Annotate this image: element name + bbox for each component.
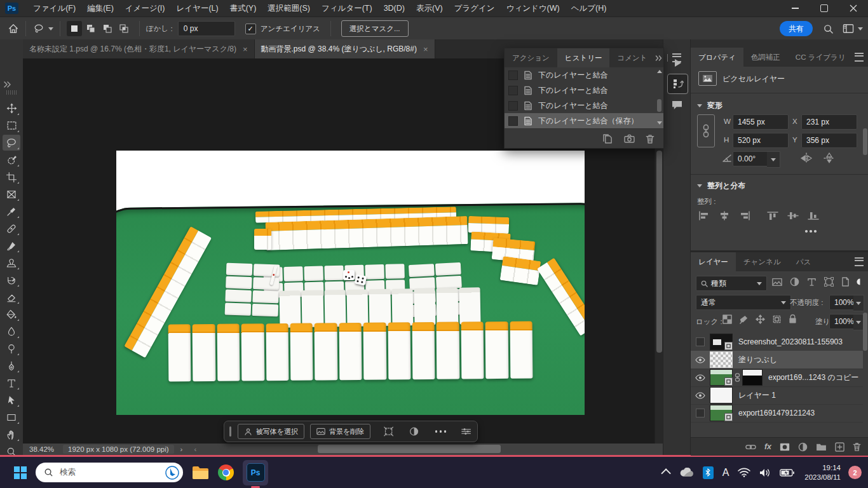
- layer-filter-type[interactable]: 種類: [696, 276, 767, 291]
- tray-expand-button[interactable]: [663, 469, 670, 476]
- type-tool[interactable]: [3, 375, 20, 391]
- tab-close-icon[interactable]: ×: [243, 44, 248, 54]
- tab-paths[interactable]: パス: [789, 252, 819, 271]
- add-mask-icon[interactable]: [780, 443, 790, 451]
- menu-3d[interactable]: 3D(D): [378, 0, 410, 17]
- layer-mask-thumbnail[interactable]: [742, 369, 763, 386]
- zoom-level[interactable]: 38.42%: [29, 445, 54, 453]
- pen-tool[interactable]: [3, 358, 20, 374]
- visibility-toggle[interactable]: [691, 356, 710, 363]
- scroll-down-icon[interactable]: [657, 121, 662, 125]
- file-explorer-button[interactable]: [192, 466, 209, 480]
- layer-row[interactable]: Screenshot_20230811-155903: [691, 333, 863, 351]
- clock[interactable]: 19:14 2023/08/11: [804, 463, 841, 482]
- move-tool[interactable]: [3, 100, 20, 116]
- layer-thumbnail[interactable]: [710, 334, 733, 350]
- comments-dock-button[interactable]: [667, 95, 687, 114]
- settings-sliders-icon[interactable]: [461, 427, 471, 436]
- home-button[interactable]: [8, 23, 19, 34]
- align-section-header[interactable]: 整列と分布: [697, 180, 745, 191]
- share-button[interactable]: 共有: [780, 21, 813, 36]
- new-adjustment-layer-icon[interactable]: [798, 442, 808, 452]
- history-source-checkbox[interactable]: [508, 116, 518, 126]
- tab-history[interactable]: ヒストリー: [557, 48, 610, 67]
- app-logo[interactable]: Ps: [5, 3, 18, 14]
- history-brush-tool[interactable]: [3, 272, 20, 288]
- blur-tool[interactable]: [3, 323, 20, 339]
- brush-tool[interactable]: [3, 238, 20, 254]
- maximize-button[interactable]: [810, 0, 839, 17]
- add-selection-mode-button[interactable]: [83, 21, 98, 36]
- align-left-icon[interactable]: [698, 211, 710, 220]
- filter-toggle-icon[interactable]: [856, 277, 864, 287]
- tab-actions[interactable]: アクション: [505, 48, 557, 67]
- filter-type-layers-icon[interactable]: [807, 277, 817, 287]
- history-step[interactable]: 下のレイヤーと結合: [505, 98, 663, 113]
- lock-pixels-icon[interactable]: [739, 315, 749, 324]
- collapse-panel-icon[interactable]: [655, 55, 663, 61]
- adjustments-icon[interactable]: [409, 426, 419, 437]
- tab-cc-libraries[interactable]: CC ライブラリ: [788, 48, 853, 67]
- menu-image[interactable]: イメージ(I): [119, 0, 171, 17]
- tab-adjustments[interactable]: 色調補正: [743, 48, 788, 67]
- flip-vertical-icon[interactable]: [823, 152, 836, 164]
- transform-section-header[interactable]: 変形: [697, 100, 722, 111]
- new-group-folder-icon[interactable]: [816, 443, 827, 451]
- layer-row[interactable]: export169...1243 のコピー: [691, 369, 863, 387]
- history-step[interactable]: 下のレイヤーと結合: [505, 67, 663, 83]
- align-center-horizontal-icon[interactable]: [719, 211, 730, 220]
- layer-thumbnail[interactable]: [710, 369, 733, 386]
- status-chevron-left[interactable]: ‹: [194, 445, 196, 453]
- lock-transparent-icon[interactable]: [722, 315, 732, 324]
- scrollbar-thumb[interactable]: [863, 313, 867, 351]
- search-button[interactable]: [823, 24, 834, 34]
- menu-plugins[interactable]: プラグイン: [449, 0, 501, 17]
- tab-properties[interactable]: プロパティ: [691, 48, 743, 67]
- filter-shape-layers-icon[interactable]: [824, 277, 834, 287]
- document-tab-untitled[interactable]: 名称未設定 1.psd @ 16.7% (色相・彩度1, レイヤーマスク/8) …: [23, 39, 255, 58]
- history-source-checkbox[interactable]: [508, 101, 518, 111]
- eraser-tool[interactable]: [3, 289, 20, 305]
- lock-position-icon[interactable]: [756, 315, 765, 324]
- menu-view[interactable]: 表示(V): [410, 0, 449, 17]
- align-bottom-icon[interactable]: [808, 211, 819, 220]
- contextual-taskbar-handle[interactable]: [229, 426, 231, 437]
- tool-preset[interactable]: [32, 22, 53, 35]
- status-chevron-right[interactable]: ›: [180, 445, 183, 453]
- dodge-tool[interactable]: [3, 341, 20, 356]
- delete-layer-trash-icon[interactable]: [853, 442, 861, 451]
- history-source-checkbox[interactable]: [508, 86, 518, 95]
- menu-select[interactable]: 選択範囲(S): [262, 0, 316, 17]
- canvas-image[interactable]: [116, 151, 585, 415]
- select-subject-button[interactable]: 被写体を選択: [238, 424, 304, 439]
- frame-tool[interactable]: [3, 186, 20, 202]
- menu-edit[interactable]: 編集(E): [81, 0, 119, 17]
- history-scrollbar[interactable]: [656, 69, 662, 128]
- history-source-checkbox[interactable]: [508, 71, 518, 80]
- menu-help[interactable]: ヘルプ(H): [566, 0, 613, 17]
- new-selection-mode-button[interactable]: [67, 21, 82, 36]
- clone-stamp-tool[interactable]: [3, 255, 20, 271]
- minimize-button[interactable]: [780, 0, 810, 17]
- align-right-icon[interactable]: [739, 211, 750, 220]
- scrollbar-thumb[interactable]: [656, 151, 662, 353]
- bluetooth-button[interactable]: [703, 466, 714, 479]
- layer-style-fx-icon[interactable]: fx: [764, 442, 771, 451]
- angle-dropdown[interactable]: [767, 151, 780, 168]
- tab-layers[interactable]: レイヤー: [691, 252, 736, 271]
- paint-bucket-tool[interactable]: [3, 306, 20, 322]
- y-input[interactable]: 356 px: [801, 133, 857, 148]
- visibility-toggle[interactable]: [691, 337, 710, 346]
- layer-row[interactable]: レイヤー 1: [691, 386, 863, 405]
- scrollbar-thumb[interactable]: [318, 445, 501, 453]
- flip-horizontal-icon[interactable]: [800, 152, 813, 164]
- tab-channels[interactable]: チャンネル: [736, 252, 789, 271]
- blend-mode-select[interactable]: 通常: [696, 295, 791, 310]
- width-input[interactable]: 1455 px: [733, 114, 789, 130]
- lasso-tool[interactable]: [3, 135, 20, 151]
- menu-type[interactable]: 書式(Y): [224, 0, 262, 17]
- taskbar-search[interactable]: 検索: [36, 463, 183, 482]
- filter-smart-objects-icon[interactable]: [841, 277, 850, 287]
- document-tab-active[interactable]: 動画背景.psd @ 38.4% (塗りつぶし, RGB/8#) ×: [255, 39, 435, 58]
- select-and-mask-button[interactable]: 選択とマスク...: [341, 20, 409, 37]
